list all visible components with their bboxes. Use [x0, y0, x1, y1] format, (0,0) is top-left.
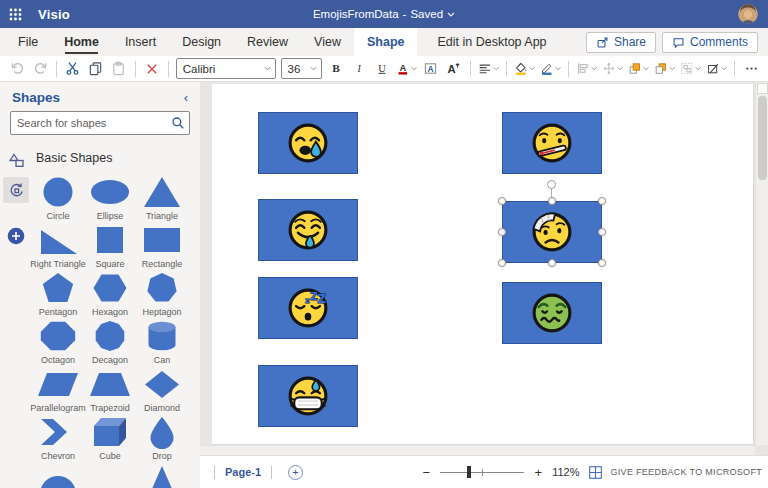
drawing-canvas[interactable]: zZZ	[200, 82, 768, 455]
fit-page-icon[interactable]	[588, 465, 603, 480]
quick-toolbar: Calibri36BIUAAA	[0, 56, 768, 82]
delete-button[interactable]	[141, 58, 163, 80]
toolbar-divider	[506, 61, 507, 77]
gallery-shape-chevron[interactable]: Chevron	[32, 413, 84, 461]
canvas-shape-nauseated-face[interactable]	[502, 282, 602, 344]
menu-tab-insert[interactable]: Insert	[112, 28, 169, 56]
menu-tab-file[interactable]: File	[0, 28, 51, 56]
bold-button[interactable]: B	[325, 58, 347, 80]
fill-color-button[interactable]	[512, 58, 537, 80]
gallery-shape-semicircle[interactable]	[32, 461, 84, 488]
app-launcher-icon[interactable]	[0, 0, 30, 28]
menu-tab-design[interactable]: Design	[169, 28, 234, 56]
resize-handle[interactable]	[498, 259, 506, 267]
menu-tab-shape[interactable]: Shape	[354, 28, 418, 56]
comments-button[interactable]: Comments	[662, 32, 758, 53]
gallery-shape-cube[interactable]: Cube	[84, 413, 136, 461]
gallery-shape-decagon[interactable]: Decagon	[84, 317, 136, 365]
canvas-shape-sleeping-face[interactable]: zZZ	[258, 277, 358, 339]
cut-button[interactable]	[62, 58, 84, 80]
gallery-shape-hexagon[interactable]: Hexagon	[84, 269, 136, 317]
gallery-shape-octagon[interactable]: Octagon	[32, 317, 84, 365]
resize-handle[interactable]	[598, 228, 606, 236]
resize-handle[interactable]	[498, 197, 506, 205]
page-tab[interactable]: Page-1	[225, 466, 261, 478]
change-shape-button[interactable]	[704, 58, 729, 80]
gallery-shape-can[interactable]: Can	[136, 317, 188, 365]
gallery-shape-trapezoid[interactable]: Trapezoid	[84, 365, 136, 413]
copy-button[interactable]	[85, 58, 107, 80]
toolbar-divider	[168, 61, 169, 77]
share-button[interactable]: Share	[586, 32, 656, 53]
shape-search-input[interactable]	[11, 117, 165, 129]
vertical-scrollbar[interactable]	[755, 82, 768, 445]
resize-handle[interactable]	[498, 228, 506, 236]
head-bandage-face-icon	[530, 210, 574, 254]
toolbar-divider	[734, 61, 735, 77]
zoom-out-button[interactable]: −	[420, 465, 432, 480]
resize-handle[interactable]	[598, 197, 606, 205]
more-button[interactable]	[740, 58, 762, 80]
align-text-button[interactable]	[476, 58, 501, 80]
gallery-shape-heptagon[interactable]: Heptagon	[136, 269, 188, 317]
search-icon[interactable]	[165, 112, 189, 134]
gallery-shape-diamond[interactable]: Diamond	[136, 365, 188, 413]
gallery-shape-rectangle[interactable]: Rectangle	[136, 221, 188, 269]
gallery-shape-triangle[interactable]: Triangle	[136, 173, 188, 221]
user-avatar[interactable]	[738, 4, 758, 24]
collapse-panel-icon[interactable]: ‹	[184, 91, 188, 104]
svg-text:U: U	[378, 63, 386, 74]
canvas-shape-thermometer-face[interactable]	[502, 112, 602, 174]
gallery-shape-drop[interactable]: Drop	[136, 413, 188, 461]
shapes-panel-title: Shapes	[12, 90, 60, 105]
toolbar-divider	[56, 61, 57, 77]
line-color-button[interactable]	[538, 58, 563, 80]
active-stencil-icon[interactable]	[3, 177, 29, 203]
zoom-slider-thumb[interactable]	[467, 466, 471, 478]
stencil-shapes-icon[interactable]	[3, 147, 29, 173]
scrollbar-button[interactable]	[757, 83, 768, 94]
edit-in-desktop-button[interactable]: Edit in Desktop App	[423, 28, 560, 56]
document-name: EmojisFromData	[313, 8, 399, 20]
resize-handle[interactable]	[598, 259, 606, 267]
zoom-slider[interactable]	[440, 465, 524, 479]
gallery-shape-right-triangle[interactable]: Right Triangle	[32, 221, 84, 269]
gallery-shape-ellipse[interactable]: Ellipse	[84, 173, 136, 221]
feedback-link[interactable]: GIVE FEEDBACK TO MICROSOFT	[611, 467, 763, 477]
menu-tab-view[interactable]: View	[301, 28, 354, 56]
horizontal-scrollbar[interactable]	[200, 445, 755, 455]
add-stencil-icon[interactable]	[3, 223, 29, 249]
send-backward-button[interactable]	[652, 58, 677, 80]
canvas-shape-mask-face[interactable]	[258, 365, 358, 427]
canvas-shape-sleepy-face[interactable]	[258, 112, 358, 174]
text-box-button[interactable]: A	[420, 58, 442, 80]
bring-forward-button[interactable]	[626, 58, 651, 80]
gallery-shape-square[interactable]: Square	[84, 221, 136, 269]
document-title[interactable]: EmojisFromData - Saved	[313, 8, 455, 20]
resize-handle[interactable]	[548, 197, 556, 205]
grow-font-button[interactable]: A	[443, 58, 465, 80]
gallery-shape-parallelogram[interactable]: Parallelogram	[32, 365, 84, 413]
gallery-shape-circle[interactable]: Circle	[32, 173, 84, 221]
resize-handle[interactable]	[548, 259, 556, 267]
gallery-shape-arc[interactable]	[84, 461, 136, 488]
canvas-shape-head-bandage-face-selected[interactable]	[502, 201, 602, 263]
font-size-select[interactable]: 36	[281, 58, 322, 79]
zoom-in-button[interactable]: +	[532, 465, 544, 480]
underline-button[interactable]: U	[371, 58, 393, 80]
font-color-button[interactable]: A	[394, 58, 419, 80]
font-family-select[interactable]: Calibri	[176, 58, 276, 79]
zoom-level[interactable]: 112%	[552, 466, 579, 478]
add-page-button[interactable]: +	[288, 465, 303, 480]
italic-button[interactable]: I	[348, 58, 370, 80]
share-icon	[596, 36, 609, 49]
svg-text:B: B	[332, 62, 340, 74]
rotation-handle[interactable]	[547, 180, 556, 189]
gallery-shape-cone[interactable]	[136, 461, 188, 488]
menu-tab-home[interactable]: Home	[51, 28, 112, 56]
menu-tab-review[interactable]: Review	[234, 28, 301, 56]
gallery-shape-pentagon[interactable]: Pentagon	[32, 269, 84, 317]
scrollbar-thumb[interactable]	[758, 96, 767, 180]
nauseated-face-icon	[530, 291, 574, 335]
canvas-shape-drooling-face[interactable]	[258, 199, 358, 261]
